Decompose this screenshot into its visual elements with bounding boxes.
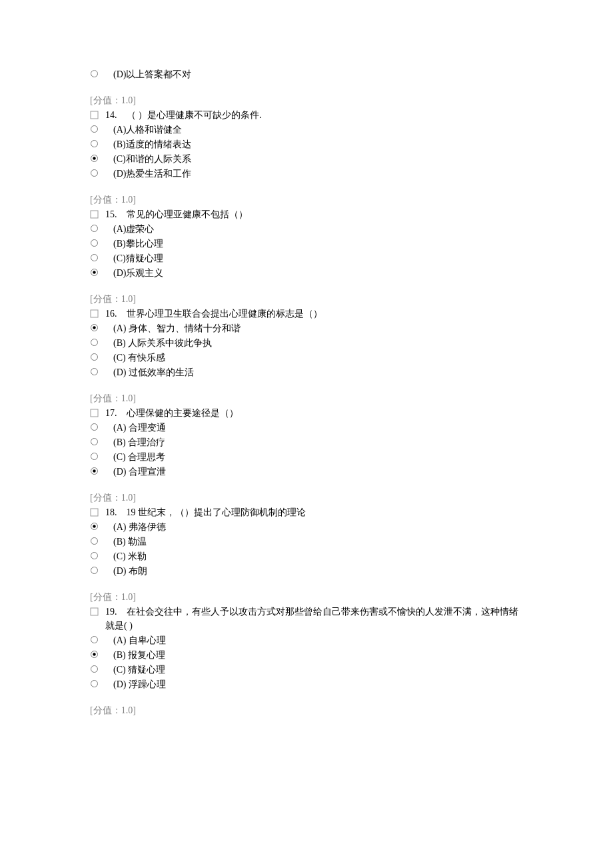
radio-unchecked-icon — [90, 239, 99, 247]
option-row[interactable]: (B) 人际关系中彼此争执 — [90, 336, 523, 350]
page-content: (D)以上答案都不对 [分值：1.0] 14.（ ）是心理健康不可缺少的条件. … — [0, 0, 613, 757]
radio-unchecked-icon — [90, 69, 99, 78]
radio-unchecked-icon — [90, 253, 99, 262]
option-text: (C)和谐的人际关系 — [113, 152, 191, 166]
svg-point-29 — [91, 553, 98, 559]
option-text: (C) 米勒 — [113, 549, 147, 563]
svg-point-36 — [91, 681, 98, 687]
radio-unchecked-icon — [90, 551, 99, 560]
option-row[interactable]: (D) 布朗 — [90, 564, 523, 578]
checkbox-icon[interactable] — [90, 308, 99, 317]
radio-unchecked-icon — [90, 125, 99, 133]
option-row[interactable]: (C) 猜疑心理 — [90, 663, 523, 677]
svg-point-3 — [91, 141, 98, 147]
question-row: 15.常见的心理亚健康不包括（） — [90, 207, 523, 221]
score-label: [分值：1.0] — [90, 93, 523, 107]
option-row[interactable]: (B) 报复心理 — [90, 648, 523, 662]
radio-unchecked-icon — [90, 566, 99, 575]
radio-unchecked-icon — [90, 367, 99, 376]
svg-point-32 — [91, 637, 98, 643]
question-text: 18.19 世纪末，（）提出了心理防御机制的理论 — [105, 505, 306, 519]
radio-checked-icon — [90, 522, 99, 531]
radio-unchecked-icon — [90, 452, 99, 461]
option-text: (A)人格和谐健全 — [113, 123, 182, 137]
option-text: (D) 浮躁心理 — [113, 677, 166, 691]
svg-point-12 — [93, 271, 95, 273]
checkbox-icon[interactable] — [90, 209, 99, 217]
checkbox-icon[interactable] — [90, 407, 99, 416]
option-row[interactable]: (A) 合理变通 — [90, 421, 523, 435]
option-text: (C) 有快乐感 — [113, 351, 165, 365]
option-text: (C)猜疑心理 — [113, 251, 163, 265]
svg-point-27 — [93, 525, 95, 527]
option-text: (D) 过低效率的生活 — [113, 365, 194, 379]
svg-point-10 — [91, 255, 98, 261]
option-row[interactable]: (C)猜疑心理 — [90, 251, 523, 265]
option-row[interactable]: (C)和谐的人际关系 — [90, 152, 523, 166]
score-label: [分值：1.0] — [90, 391, 523, 405]
score-label: [分值：1.0] — [90, 193, 523, 207]
option-row[interactable]: (A) 自卑心理 — [90, 633, 523, 647]
option-row[interactable]: (A) 弗洛伊德 — [90, 520, 523, 534]
option-row[interactable]: (A) 身体、智力、情绪十分和谐 — [90, 321, 523, 335]
score-label: [分值：1.0] — [90, 491, 523, 505]
svg-point-5 — [93, 157, 95, 159]
svg-point-21 — [91, 439, 98, 445]
option-row[interactable]: (B) 合理治疗 — [90, 435, 523, 449]
option-text: (B) 报复心理 — [113, 648, 165, 662]
option-text: (D) 布朗 — [113, 564, 147, 578]
question-text: 15.常见的心理亚健康不包括（） — [105, 207, 248, 221]
svg-rect-31 — [91, 608, 98, 615]
radio-checked-icon — [90, 323, 99, 332]
svg-point-20 — [91, 424, 98, 431]
radio-unchecked-icon — [90, 635, 99, 644]
checkbox-icon[interactable] — [90, 109, 99, 118]
option-row[interactable]: (D) 合理宣泄 — [90, 465, 523, 479]
score-label: [分值：1.0] — [90, 703, 523, 717]
option-row[interactable]: (C) 有快乐感 — [90, 351, 523, 365]
question-row: 19.在社会交往中，有些人予以攻击方式对那些曾给自己带来伤害或不愉快的人发泄不满… — [90, 605, 523, 633]
question-text: 14.（ ）是心理健康不可缺少的条件. — [105, 108, 262, 122]
option-row[interactable]: (A)人格和谐健全 — [90, 123, 523, 137]
radio-unchecked-icon — [90, 437, 99, 446]
question-text: 19.在社会交往中，有些人予以攻击方式对那些曾给自己带来伤害或不愉快的人发泄不满… — [105, 605, 523, 633]
radio-checked-icon — [90, 154, 99, 163]
option-row[interactable]: (A)虚荣心 — [90, 222, 523, 236]
checkbox-icon[interactable] — [90, 507, 99, 515]
svg-point-15 — [93, 326, 95, 329]
radio-unchecked-icon — [90, 665, 99, 673]
option-text: (C) 猜疑心理 — [113, 663, 165, 677]
svg-point-2 — [91, 126, 98, 133]
option-row[interactable]: (D)热爱生活和工作 — [90, 167, 523, 181]
svg-point-28 — [91, 538, 98, 545]
radio-checked-icon — [90, 268, 99, 277]
question-row: 16.世界心理卫生联合会提出心理健康的标志是（） — [90, 307, 523, 321]
svg-rect-7 — [91, 211, 98, 218]
option-text: (B) 人际关系中彼此争执 — [113, 336, 212, 350]
checkbox-icon[interactable] — [90, 606, 99, 615]
question-text: 17.心理保健的主要途径是（） — [105, 406, 239, 420]
option-text: (D)以上答案都不对 — [113, 67, 191, 81]
svg-point-35 — [91, 666, 98, 673]
option-row[interactable]: (B)攀比心理 — [90, 237, 523, 251]
radio-checked-icon — [90, 650, 99, 659]
option-row[interactable]: (C) 米勒 — [90, 549, 523, 563]
radio-unchecked-icon — [90, 169, 99, 177]
option-row[interactable]: (B)适度的情绪表达 — [90, 137, 523, 151]
option-text: (D) 合理宣泄 — [113, 465, 166, 479]
score-label: [分值：1.0] — [90, 292, 523, 306]
svg-point-17 — [91, 354, 98, 361]
option-text: (B)攀比心理 — [113, 237, 163, 251]
option-row[interactable]: (C) 合理思考 — [90, 450, 523, 464]
svg-rect-25 — [91, 509, 98, 516]
option-text: (D)热爱生活和工作 — [113, 167, 191, 181]
option-row[interactable]: (B) 勒温 — [90, 535, 523, 549]
question-row: 18.19 世纪末，（）提出了心理防御机制的理论 — [90, 505, 523, 519]
option-row[interactable]: (D) 浮躁心理 — [90, 677, 523, 691]
question-text: 16.世界心理卫生联合会提出心理健康的标志是（） — [105, 307, 322, 321]
option-row[interactable]: (D)乐观主义 — [90, 266, 523, 280]
option-row[interactable]: (D)以上答案都不对 — [90, 67, 523, 81]
svg-rect-19 — [91, 409, 98, 417]
option-row[interactable]: (D) 过低效率的生活 — [90, 365, 523, 379]
svg-point-18 — [91, 369, 98, 375]
